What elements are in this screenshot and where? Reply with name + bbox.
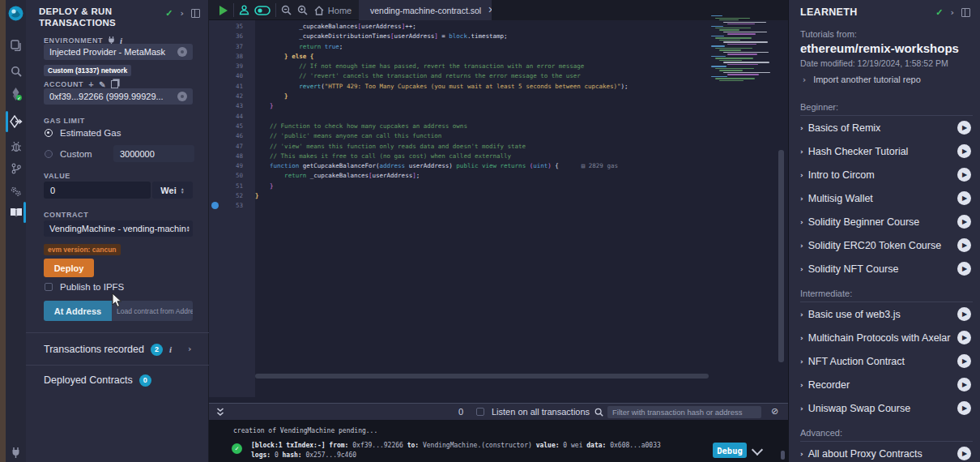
vertical-scrollbar[interactable] [778, 150, 784, 362]
tutorial-item[interactable]: ›Uniswap Swap Course▶ [800, 396, 973, 420]
ai-copilot-toggle-icon[interactable] [253, 0, 272, 20]
deploy-and-run-icon[interactable] [6, 112, 26, 131]
play-tutorial-button[interactable]: ▶ [957, 447, 971, 460]
code-line[interactable]: 51 } [209, 182, 776, 191]
play-tutorial-button[interactable]: ▶ [957, 262, 971, 276]
radio-selected-icon[interactable] [45, 129, 53, 137]
debugger-icon[interactable] [6, 137, 26, 156]
code-line[interactable]: 43 } [209, 101, 776, 111]
environment-select[interactable]: Injected Provider - MetaMask [44, 44, 193, 60]
code-content[interactable]: 35 _cupcakeBalances[userAddress]++;36 _c… [209, 22, 776, 212]
code-line[interactable]: 45 // Function to check how many cupcake… [209, 122, 776, 131]
play-tutorial-button[interactable]: ▶ [957, 307, 971, 321]
remix-logo-icon[interactable] [6, 3, 26, 23]
line-number[interactable]: 37 [209, 42, 255, 52]
play-tutorial-button[interactable]: ▶ [957, 378, 971, 391]
file-explorer-icon[interactable] [6, 36, 26, 55]
line-number[interactable]: 39 [209, 62, 255, 71]
expand-terminal-icon[interactable] [214, 404, 227, 421]
tutorial-item[interactable]: ›Recorder▶ [800, 373, 973, 396]
play-tutorial-button[interactable]: ▶ [957, 401, 971, 415]
deploy-button[interactable]: Deploy [44, 259, 94, 277]
tutorial-item[interactable]: ›Basic use of web3.js▶ [800, 302, 973, 326]
line-number[interactable]: 41 [209, 82, 255, 92]
code-line[interactable]: 40 // 'revert' cancels the transaction a… [209, 71, 776, 81]
tutorial-item[interactable]: ›Hash Checker Tutorial▶ [800, 139, 973, 163]
contract-select[interactable]: VendingMachine - vending-machin ▲▼ [44, 220, 193, 237]
code-line[interactable]: 46 // 'public' means anyone can call thi… [209, 131, 776, 141]
search-icon[interactable] [6, 62, 26, 81]
code-line[interactable]: 50 return _cupcakeBalances[userAddress]; [209, 171, 776, 181]
line-number[interactable]: 36 [209, 32, 255, 41]
checkbox-icon[interactable] [45, 283, 53, 291]
debug-button[interactable]: Debug [713, 443, 747, 458]
listen-checkbox[interactable] [476, 408, 484, 416]
tx-log-entry[interactable]: [block:1 txIndex:-] from: 0xf39...92266 … [251, 441, 661, 460]
code-line[interactable]: 41 revert("HTTP 429: Too Many Cupcakes (… [209, 82, 776, 92]
git-icon[interactable] [6, 159, 26, 178]
tutorial-item[interactable]: ›Solidity NFT Course▶ [800, 257, 973, 280]
account-select[interactable]: 0xf39...92266 (9999.99929... [44, 88, 193, 105]
learneth-icon[interactable] [6, 203, 26, 222]
environment-settings-icon[interactable] [177, 47, 187, 57]
panel-pin-icon[interactable] [191, 9, 200, 18]
code-line[interactable]: 35 _cupcakeBalances[userAddress]++; [209, 22, 776, 32]
remix-ai-assistant-icon[interactable] [236, 0, 251, 20]
line-number[interactable]: 49 [209, 161, 255, 171]
line-number[interactable]: 46 [209, 131, 255, 141]
publish-ipfs-option[interactable]: Publish to IPFS [45, 282, 124, 292]
at-address-button[interactable]: At Address [44, 301, 112, 321]
tutorial-item[interactable]: ›Basics of Remix▶ [800, 116, 973, 139]
code-line[interactable]: 42 } [209, 92, 776, 101]
code-line[interactable]: 36 _cupcakeDistributionTimes[userAddress… [209, 32, 776, 41]
line-number[interactable]: 51 [209, 182, 255, 191]
copy-address-icon[interactable] [177, 92, 187, 101]
tutorial-item[interactable]: ›Intro to Circom▶ [800, 163, 973, 186]
transactions-recorded-row[interactable]: Transactions recorded 2 i [44, 340, 172, 359]
code-line[interactable]: 49 function getCupcakeBalanceFor(address… [209, 161, 776, 171]
line-number[interactable]: 35 [209, 22, 255, 32]
plugin-connector-icon[interactable] [6, 443, 26, 462]
tutorial-item[interactable]: ›Multichain Protocols with Axelar▶ [800, 326, 973, 349]
zoom-out-icon[interactable] [279, 0, 293, 20]
radio-unselected-icon[interactable] [45, 150, 53, 158]
home-button[interactable]: Home [313, 0, 353, 20]
code-line[interactable]: 48 // This makes it free to call (no gas… [209, 152, 776, 161]
gas-custom-option[interactable]: Custom [45, 149, 92, 159]
info-icon[interactable]: i [169, 344, 172, 354]
panel-expand-icon[interactable]: › [950, 7, 954, 18]
code-line[interactable]: 39 // If not enough time has passed, rev… [209, 62, 776, 71]
unit-stepper-icon[interactable]: ▲▼ [181, 187, 185, 194]
tab-vending-machine-contract[interactable]: vending-machine-contract.sol ✕ [359, 0, 492, 20]
panel-expand-icon[interactable]: › [180, 8, 184, 19]
transactions-expand-icon[interactable]: › [188, 344, 192, 354]
editor-minimap[interactable] [711, 15, 776, 91]
import-repo-row[interactable]: › Import another tutorial repo [803, 75, 921, 84]
line-number[interactable]: 52 [209, 191, 255, 201]
line-number[interactable]: 40 [209, 71, 255, 81]
play-tutorial-button[interactable]: ▶ [957, 331, 971, 344]
line-number[interactable]: 53 [209, 201, 255, 211]
line-number[interactable]: 50 [209, 171, 255, 181]
tutorial-item[interactable]: ›Solidity Beginner Course▶ [800, 210, 973, 233]
copy-account-icon[interactable] [111, 80, 118, 88]
play-tutorial-button[interactable]: ▶ [957, 144, 971, 158]
clear-console-icon[interactable]: ⊘ [771, 406, 778, 417]
play-tutorial-button[interactable]: ▶ [957, 121, 971, 135]
play-tutorial-button[interactable]: ▶ [957, 354, 971, 368]
tutorial-item[interactable]: ›Multisig Wallet▶ [800, 186, 973, 210]
code-line[interactable]: 38 } else { [209, 52, 776, 62]
play-tutorial-button[interactable]: ▶ [957, 215, 971, 229]
tutorial-item[interactable]: ›NFT Auction Contract▶ [800, 349, 973, 373]
filter-input[interactable]: Filter with transaction hash or address [607, 406, 761, 418]
gas-custom-input[interactable]: 3000000 [113, 145, 194, 162]
solidity-compiler-icon[interactable]: ✓ [6, 84, 26, 104]
horizontal-scrollbar[interactable] [255, 374, 709, 379]
line-number[interactable]: 45 [209, 122, 255, 131]
play-tutorial-button[interactable]: ▶ [957, 238, 971, 252]
value-input[interactable]: 0 [44, 182, 151, 199]
editor-area[interactable]: Home vending-machine-contract.sol ✕ 35 _… [209, 0, 788, 462]
line-number[interactable]: 47 [209, 142, 255, 152]
at-address-input[interactable]: Load contract from Addres [112, 301, 193, 321]
zoom-in-icon[interactable] [295, 0, 309, 20]
